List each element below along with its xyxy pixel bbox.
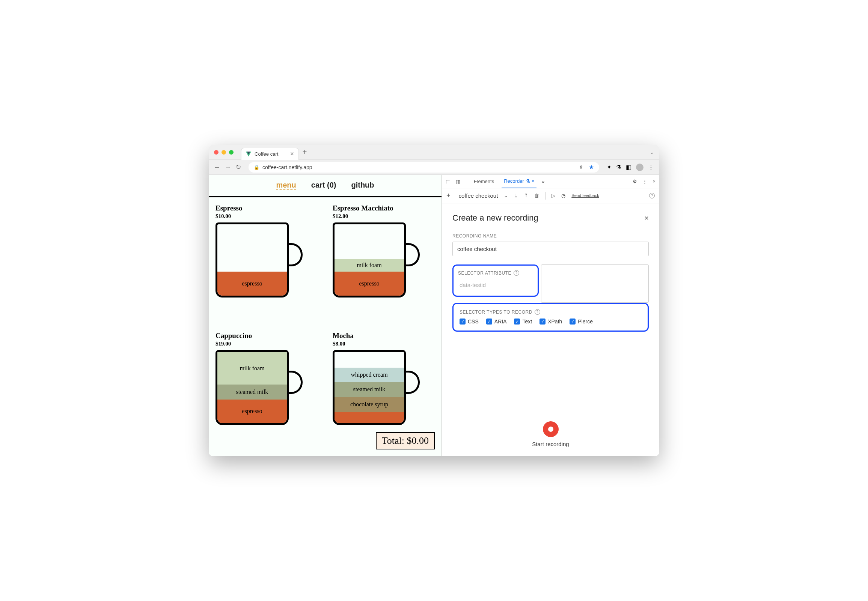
titlebar: Coffee cart × + ⌄	[209, 145, 659, 160]
selector-attribute-input[interactable]	[458, 279, 533, 291]
address-bar[interactable]: 🔒 coffee-cart.netlify.app ⇪ ★	[249, 162, 599, 172]
help-icon[interactable]: ?	[513, 270, 519, 276]
mug-handle	[404, 243, 420, 266]
more-tabs-icon[interactable]: »	[542, 178, 544, 184]
product-mocha[interactable]: Mocha $8.00 whipped cream steamed milk c…	[333, 332, 435, 450]
url-bar: ← → ↻ 🔒 coffee-cart.netlify.app ⇪ ★ ✦ ⚗ …	[209, 160, 659, 175]
settings-icon[interactable]: ⚙	[633, 178, 637, 184]
add-recording-button[interactable]: +	[446, 192, 451, 200]
close-tab-button[interactable]: ×	[290, 150, 293, 157]
menu-icon[interactable]: ⋮	[648, 163, 654, 171]
inspect-icon[interactable]: ⬚	[446, 178, 451, 185]
nav-github[interactable]: github	[351, 181, 374, 190]
browser-tab[interactable]: Coffee cart ×	[241, 148, 299, 160]
recorder-toolbar: + coffee checkout ⌄ ⤓ ⤒ 🗑 ▷ ◔ Send feedb…	[442, 188, 659, 203]
url-text: coffee-cart.netlify.app	[263, 164, 312, 170]
import-icon[interactable]: ⤒	[524, 193, 528, 198]
close-window-button[interactable]	[214, 150, 219, 154]
help-icon[interactable]: ?	[649, 193, 655, 198]
page-content: menu cart (0) github Espresso $10.00 esp…	[209, 175, 442, 456]
layer-chocolate-syrup: chocolate syrup	[335, 397, 404, 412]
flask-icon: ⚗	[526, 178, 530, 184]
profile-icon[interactable]	[636, 163, 643, 171]
selector-attribute-extended-input[interactable]	[541, 264, 649, 303]
selector-attribute-label: SELECTOR ATTRIBUTE ?	[458, 270, 533, 276]
close-devtools-icon[interactable]: ×	[653, 178, 656, 184]
minimize-window-button[interactable]	[222, 150, 226, 154]
tab-elements[interactable]: Elements	[472, 175, 496, 188]
layer-milk-foam: milk foam	[335, 259, 404, 272]
checkbox-xpath[interactable]: ✓XPath	[539, 319, 562, 325]
send-feedback-link[interactable]: Send feedback	[572, 193, 599, 198]
mug-handle	[287, 371, 303, 394]
labs-icon[interactable]: ⚗	[616, 163, 621, 171]
tab-recorder[interactable]: Recorder ⚗ ×	[501, 175, 536, 188]
share-icon[interactable]: ⇪	[579, 164, 584, 170]
browser-window: Coffee cart × + ⌄ ← → ↻ 🔒 coffee-cart.ne…	[209, 145, 659, 456]
create-recording-panel: Create a new recording × RECORDING NAME …	[442, 203, 659, 412]
devtools-panel: ⬚ ▥ Elements Recorder ⚗ × » ⚙ ⋮ × + coff…	[442, 175, 659, 456]
layer-espresso: espresso	[217, 272, 287, 296]
product-price: $8.00	[333, 341, 435, 347]
recording-name-label: RECORDING NAME	[452, 233, 649, 239]
nav-menu[interactable]: menu	[276, 181, 296, 190]
product-espresso[interactable]: Espresso $10.00 espresso	[215, 204, 318, 322]
tab-title: Coffee cart	[255, 151, 278, 157]
layer-milk-foam: milk foam	[217, 352, 287, 384]
nav-cart[interactable]: cart (0)	[311, 181, 336, 190]
delete-icon[interactable]: 🗑	[534, 193, 539, 198]
mug-handle	[404, 371, 420, 394]
product-name: Mocha	[333, 332, 435, 340]
product-price: $12.00	[333, 213, 435, 220]
product-name: Cappuccino	[215, 332, 318, 340]
layer-espresso: espresso	[335, 272, 404, 296]
recording-name-display: coffee checkout	[459, 192, 498, 199]
vue-icon	[246, 151, 252, 156]
device-toggle-icon[interactable]: ▥	[456, 178, 461, 185]
product-macchiato[interactable]: Espresso Macchiato $12.00 milk foam espr…	[333, 204, 435, 322]
help-icon[interactable]: ?	[535, 309, 540, 315]
cart-total[interactable]: Total: $0.00	[376, 432, 435, 450]
devtools-tabbar: ⬚ ▥ Elements Recorder ⚗ × » ⚙ ⋮ ×	[442, 175, 659, 188]
maximize-window-button[interactable]	[229, 150, 234, 154]
product-name: Espresso	[215, 204, 318, 212]
performance-icon[interactable]: ◔	[561, 193, 565, 198]
product-price: $19.00	[215, 341, 318, 347]
product-cappuccino[interactable]: Cappuccino $19.00 milk foam steamed milk…	[215, 332, 318, 450]
product-price: $10.00	[215, 213, 318, 220]
reload-button[interactable]: ↻	[236, 163, 241, 171]
window-controls	[214, 150, 234, 154]
mug-handle	[287, 243, 303, 266]
side-panel-icon[interactable]: ◧	[626, 163, 631, 171]
layer-steamed-milk: steamed milk	[217, 384, 287, 400]
close-tab-icon[interactable]: ×	[532, 178, 535, 184]
checkbox-css[interactable]: ✓CSS	[460, 319, 479, 325]
tabs-dropdown-button[interactable]: ⌄	[650, 149, 654, 155]
layer-whipped-cream: whipped cream	[335, 368, 404, 382]
new-tab-button[interactable]: +	[303, 148, 307, 156]
lock-icon: 🔒	[254, 165, 260, 170]
panel-title: Create a new recording	[452, 213, 538, 223]
layer-steamed-milk: steamed milk	[335, 382, 404, 397]
bookmark-star-icon[interactable]: ★	[589, 163, 594, 171]
checkbox-pierce[interactable]: ✓Pierce	[570, 319, 593, 325]
checkbox-text[interactable]: ✓Text	[514, 319, 532, 325]
layer-espresso: espresso	[217, 400, 287, 423]
layer-espresso	[335, 412, 404, 423]
export-icon[interactable]: ⤓	[514, 193, 518, 198]
forward-button[interactable]: →	[225, 163, 231, 171]
recording-name-input[interactable]	[452, 242, 649, 256]
kebab-menu-icon[interactable]: ⋮	[642, 178, 647, 184]
product-grid: Espresso $10.00 espresso Espresso Macchi…	[209, 197, 442, 456]
product-name: Espresso Macchiato	[333, 204, 435, 212]
site-nav: menu cart (0) github	[209, 175, 442, 197]
back-button[interactable]: ←	[214, 163, 220, 171]
dropdown-icon[interactable]: ⌄	[504, 193, 508, 198]
close-panel-button[interactable]: ×	[644, 214, 649, 223]
extensions-icon[interactable]: ✦	[607, 163, 611, 171]
selector-types-label: SELECTOR TYPES TO RECORD ?	[460, 309, 642, 315]
replay-icon[interactable]: ▷	[552, 193, 555, 198]
record-area: Start recording	[442, 412, 659, 456]
start-recording-button[interactable]	[543, 421, 559, 437]
checkbox-aria[interactable]: ✓ARIA	[486, 319, 507, 325]
